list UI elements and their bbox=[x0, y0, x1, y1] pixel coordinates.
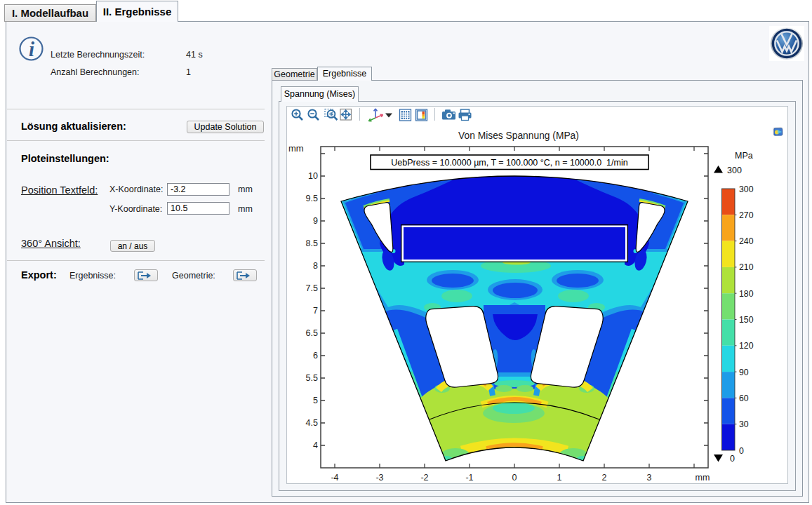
svg-text:8: 8 bbox=[313, 261, 318, 271]
svg-text:5: 5 bbox=[313, 396, 318, 405]
svg-text:-4: -4 bbox=[331, 473, 338, 483]
svg-text:9: 9 bbox=[313, 216, 318, 226]
svg-text:MPa: MPa bbox=[735, 151, 753, 161]
svg-text:2: 2 bbox=[602, 473, 607, 483]
svg-text:270: 270 bbox=[739, 210, 754, 220]
svg-text:120: 120 bbox=[739, 341, 754, 351]
svg-text:9.5: 9.5 bbox=[306, 194, 318, 203]
svg-text:300: 300 bbox=[739, 184, 754, 194]
svg-text:-1: -1 bbox=[465, 473, 473, 483]
svg-text:210: 210 bbox=[739, 262, 754, 272]
svg-text:6.5: 6.5 bbox=[306, 328, 318, 338]
svg-text:8.5: 8.5 bbox=[306, 238, 318, 248]
svg-text:60: 60 bbox=[739, 393, 749, 403]
svg-text:90: 90 bbox=[739, 368, 749, 377]
svg-text:0: 0 bbox=[730, 454, 735, 464]
svg-text:mm: mm bbox=[288, 143, 304, 154]
svg-text:240: 240 bbox=[739, 236, 754, 246]
svg-text:-2: -2 bbox=[420, 473, 428, 483]
svg-text:0: 0 bbox=[512, 473, 517, 483]
svg-text:7.5: 7.5 bbox=[306, 283, 318, 293]
svg-text:10: 10 bbox=[308, 171, 318, 181]
svg-text:5.5: 5.5 bbox=[306, 373, 318, 383]
svg-text:7: 7 bbox=[313, 306, 318, 316]
svg-text:300: 300 bbox=[727, 166, 742, 175]
svg-text:Von Mises Spannung (MPa): Von Mises Spannung (MPa) bbox=[458, 130, 579, 141]
svg-text:UebPress = 10.0000 µm, T = 100: UebPress = 10.0000 µm, T = 100.000 °C, n… bbox=[391, 158, 627, 168]
svg-text:150: 150 bbox=[739, 315, 754, 325]
svg-text:0: 0 bbox=[739, 446, 744, 456]
svg-text:4.5: 4.5 bbox=[306, 418, 318, 428]
svg-text:4: 4 bbox=[313, 440, 318, 450]
svg-text:6: 6 bbox=[313, 351, 318, 361]
svg-text:i: i bbox=[29, 38, 34, 60]
svg-text:3: 3 bbox=[647, 473, 652, 483]
svg-text:30: 30 bbox=[739, 419, 749, 429]
svg-text:mm: mm bbox=[695, 473, 710, 483]
svg-text:1: 1 bbox=[557, 473, 562, 483]
svg-text:-3: -3 bbox=[375, 473, 383, 483]
svg-text:180: 180 bbox=[739, 289, 754, 299]
